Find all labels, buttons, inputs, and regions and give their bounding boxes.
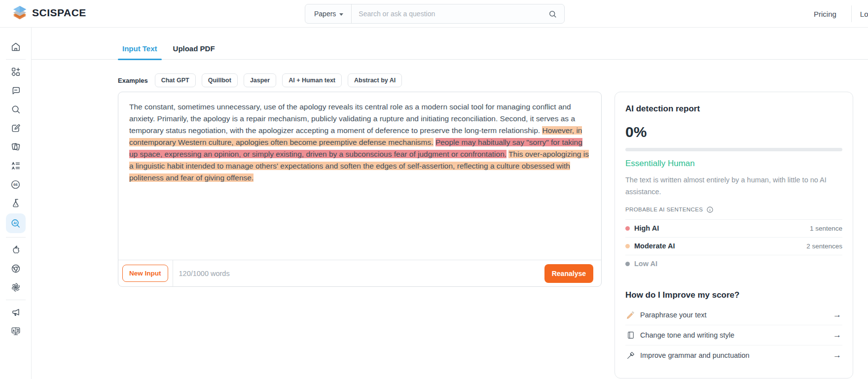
left-sidebar: 66 AI xyxy=(0,28,32,379)
arrow-right-icon: → xyxy=(833,351,841,359)
sidebar-divider xyxy=(6,237,26,238)
ai-detector-icon[interactable]: AI xyxy=(6,213,26,233)
new-input-button[interactable]: New Input xyxy=(122,265,168,282)
improve-grammar-action[interactable]: Improve grammar and punctuation → xyxy=(625,345,842,365)
example-chip-jasper[interactable]: Jasper xyxy=(244,73,276,87)
brand-logo[interactable]: SCISPACE xyxy=(12,5,86,21)
examples-label: Examples xyxy=(118,77,148,84)
grammar-icon xyxy=(626,351,635,360)
paraphraser-icon[interactable] xyxy=(6,138,26,156)
high-ai-count: 1 sentence xyxy=(810,225,842,232)
high-ai-row: High AI 1 sentence xyxy=(625,219,842,237)
top-header: SCISPACE Papers Pricing Log in xyxy=(0,0,868,28)
compose-icon[interactable] xyxy=(6,119,26,138)
example-chip-chatgpt[interactable]: Chat GPT xyxy=(155,73,196,87)
brand-name: SCISPACE xyxy=(32,7,86,19)
sidebar-divider xyxy=(6,300,26,300)
global-search-bar: Papers xyxy=(305,4,565,24)
editor-footer: New Input 120/1000 words Reanalyse xyxy=(118,260,601,286)
tab-bar: Input Text Upload PDF xyxy=(32,41,868,60)
examples-row: Examples Chat GPT Quillbot Jasper AI + H… xyxy=(32,73,868,87)
high-ai-label: High AI xyxy=(634,224,659,232)
probable-label: PROBABLE AI SENTENCES xyxy=(625,207,703,212)
low-ai-label: Low AI xyxy=(634,260,657,268)
word-count: 120/1000 words xyxy=(179,270,230,277)
improve-list: Paraphrase your text → Change tone and w… xyxy=(625,305,842,365)
low-ai-dot-icon xyxy=(625,262,630,266)
tab-upload-pdf[interactable]: Upload PDF xyxy=(169,41,219,59)
translate-icon[interactable] xyxy=(6,322,26,341)
chevron-down-icon xyxy=(339,13,343,16)
change-tone-action[interactable]: Change tone and writing style → xyxy=(625,325,842,345)
megaphone-icon[interactable] xyxy=(6,303,26,322)
search-icon[interactable] xyxy=(541,4,564,23)
paraphrase-icon xyxy=(626,310,635,319)
login-link[interactable]: Log in xyxy=(860,10,868,18)
ai-sentence-rows: High AI 1 sentence Moderate AI 2 sentenc… xyxy=(625,219,842,273)
chrome-icon[interactable] xyxy=(6,259,26,278)
openai-icon[interactable] xyxy=(6,278,26,297)
ai-detection-report-panel: AI detection report 0% Essentially Human… xyxy=(615,92,853,379)
example-chip-ai-human[interactable]: AI + Human text xyxy=(282,73,342,87)
improve-score-title: How do I Improve my score? xyxy=(625,290,842,300)
high-ai-dot-icon xyxy=(625,226,630,231)
ai-score: 0% xyxy=(625,124,842,140)
home-icon[interactable] xyxy=(6,37,26,56)
example-chip-quillbot[interactable]: Quillbot xyxy=(202,73,238,87)
search-input[interactable] xyxy=(352,4,541,23)
verdict-label: Essentially Human xyxy=(625,159,842,169)
quote-icon[interactable]: 66 xyxy=(6,175,26,194)
score-progress-bar xyxy=(625,148,842,151)
arrow-right-icon: → xyxy=(833,310,841,319)
scispace-logo-icon xyxy=(12,5,27,21)
svg-text:AI: AI xyxy=(13,221,17,224)
text-segment: The constant, sometimes unnecessary, use… xyxy=(129,103,575,135)
search-scope-label: Papers xyxy=(314,10,336,18)
summarizer-icon[interactable] xyxy=(6,156,26,175)
probable-ai-sentences: PROBABLE AI SENTENCES xyxy=(625,206,842,213)
reanalyse-button[interactable]: Reanalyse xyxy=(544,264,593,283)
pricing-link[interactable]: Pricing xyxy=(814,10,836,18)
chat-icon[interactable] xyxy=(6,81,26,100)
moderate-ai-dot-icon xyxy=(625,244,630,248)
apps-icon[interactable] xyxy=(6,63,26,81)
moderate-ai-count: 2 sentences xyxy=(806,242,842,250)
arrow-right-icon: → xyxy=(833,331,841,339)
main-area: Input Text Upload PDF Examples Chat GPT … xyxy=(32,28,868,379)
improve-label: Change tone and writing style xyxy=(640,331,734,339)
tone-icon xyxy=(626,331,635,340)
scispace-app: SCISPACE Papers Pricing Log in xyxy=(0,0,868,379)
improve-label: Improve grammar and punctuation xyxy=(640,351,750,359)
moderate-ai-row: Moderate AI 2 sentences xyxy=(625,237,842,255)
report-title: AI detection report xyxy=(625,104,842,114)
example-chip-abstract[interactable]: Abstract by AI xyxy=(348,73,402,87)
header-nav: Pricing Log in xyxy=(814,0,868,28)
footer-divider xyxy=(173,260,173,286)
report-description: The text is written almost entirely by a… xyxy=(625,174,842,198)
nav-divider xyxy=(851,5,852,22)
paraphrase-action[interactable]: Paraphrase your text → xyxy=(625,305,842,325)
analyzed-text-area[interactable]: The constant, sometimes unnecessary, use… xyxy=(118,92,601,260)
flask-icon[interactable] xyxy=(6,194,26,212)
improve-label: Paraphrase your text xyxy=(640,311,707,319)
text-input-panel: The constant, sometimes unnecessary, use… xyxy=(118,92,602,287)
search-scope-dropdown[interactable]: Papers xyxy=(305,4,352,23)
svg-text:66: 66 xyxy=(13,182,18,187)
search-icon-sidebar[interactable] xyxy=(6,100,26,119)
tab-input-text[interactable]: Input Text xyxy=(118,41,162,59)
sidebar-divider xyxy=(6,59,26,60)
info-icon[interactable] xyxy=(706,206,714,213)
apple-icon[interactable] xyxy=(6,241,26,259)
low-ai-row: Low AI xyxy=(625,255,842,273)
moderate-ai-label: Moderate AI xyxy=(634,242,675,250)
